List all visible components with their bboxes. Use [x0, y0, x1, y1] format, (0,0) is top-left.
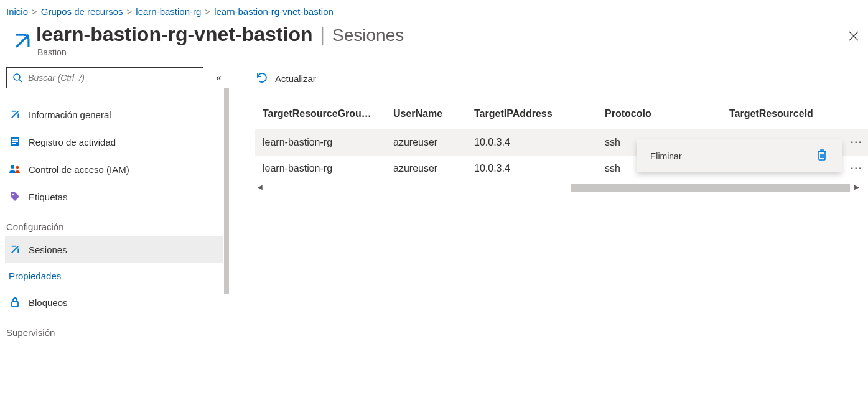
bastion-icon — [9, 108, 21, 121]
sidebar-item-tags[interactable]: Etiquetas — [5, 183, 225, 210]
lock-icon — [9, 296, 21, 309]
breadcrumb-home[interactable]: Inicio — [6, 6, 28, 17]
search-input[interactable] — [28, 73, 198, 83]
col-protocol[interactable]: Protocolo — [597, 98, 722, 129]
tag-icon — [9, 190, 21, 203]
trash-icon — [816, 148, 828, 164]
cell-rg: learn-bastion-rg — [255, 156, 386, 182]
page-header: learn-bastion-rg-vnet-bastion | Sesiones… — [0, 21, 868, 67]
breadcrumb-current[interactable]: learn-bastion-rg-vnet-bastion — [214, 6, 334, 17]
sidebar-section-supervision: Supervisión — [5, 316, 225, 342]
sidebar-item-label: Registro de actividad — [29, 137, 116, 147]
search-input-wrapper[interactable] — [6, 67, 203, 88]
scroll-right-icon[interactable]: ▶ — [854, 184, 859, 190]
sidebar-item-label: Información general — [29, 109, 111, 120]
title-divider: | — [315, 24, 330, 45]
refresh-icon — [255, 71, 269, 86]
sidebar-item-locks[interactable]: Bloqueos — [5, 289, 225, 316]
main-content: Actualizar TargetResourceGrou… UserName … — [230, 67, 868, 391]
svg-rect-4 — [12, 143, 16, 144]
svg-rect-8 — [12, 302, 18, 307]
sidebar-scrollbar[interactable] — [223, 88, 230, 391]
col-username[interactable]: UserName — [386, 98, 467, 129]
row-actions-button[interactable]: ··· — [843, 129, 868, 156]
sidebar-item-sessions[interactable]: Sesiones — [5, 236, 225, 263]
sidebar-item-label: Propiedades — [9, 271, 61, 281]
cell-ip: 10.0.3.4 — [467, 129, 597, 156]
col-target-rg[interactable]: TargetResourceGrou… — [255, 98, 386, 129]
bastion-icon — [9, 243, 21, 256]
close-button[interactable] — [848, 23, 859, 45]
cell-user: azureuser — [386, 129, 467, 156]
sidebar-item-activity-log[interactable]: Registro de actividad — [5, 128, 225, 156]
col-target-resource-id[interactable]: TargetResourceId — [722, 98, 843, 129]
bastion-icon — [9, 23, 36, 52]
sidebar-item-label: Etiquetas — [29, 192, 68, 202]
breadcrumb-rg[interactable]: learn-bastion-rg — [136, 6, 201, 17]
resource-type: Bastion — [36, 46, 404, 57]
scroll-thumb[interactable] — [571, 184, 850, 192]
svg-point-5 — [11, 165, 14, 169]
breadcrumb: Inicio > Grupos de recursos > learn-bast… — [0, 0, 868, 21]
page-subtitle: Sesiones — [332, 26, 404, 45]
sidebar-item-iam[interactable]: Control de acceso (IAM) — [5, 156, 225, 183]
chevron-right-icon: > — [32, 6, 37, 17]
sidebar-section-config: Configuración — [5, 210, 225, 236]
breadcrumb-resource-groups[interactable]: Grupos de recursos — [41, 6, 123, 17]
row-actions-button[interactable]: ··· — [843, 156, 868, 182]
toolbar: Actualizar — [255, 67, 868, 98]
chevron-right-icon: > — [205, 6, 210, 17]
sidebar-item-label: Bloqueos — [29, 297, 68, 308]
page-title: learn-bastion-rg-vnet-bastion — [36, 23, 312, 45]
svg-rect-2 — [12, 139, 18, 141]
col-target-ip[interactable]: TargetIPAddress — [467, 98, 597, 129]
refresh-button[interactable]: Actualizar — [275, 73, 316, 84]
collapse-sidebar-button[interactable]: « — [216, 72, 225, 83]
log-icon — [9, 136, 21, 148]
sidebar-item-label: Control de acceso (IAM) — [29, 164, 129, 175]
people-icon — [9, 163, 21, 175]
context-delete-button[interactable]: Eliminar — [637, 139, 842, 172]
svg-rect-3 — [12, 141, 18, 142]
row-context-menu: Eliminar — [637, 139, 842, 172]
cell-rg: learn-bastion-rg — [255, 129, 386, 156]
svg-point-0 — [14, 74, 20, 80]
horizontal-scrollbar[interactable]: ◀ ▶ — [255, 182, 862, 193]
cell-user: azureuser — [386, 156, 467, 182]
cell-ip: 10.0.3.4 — [467, 156, 597, 182]
search-icon — [12, 72, 23, 84]
scroll-left-icon[interactable]: ◀ — [258, 184, 263, 190]
sidebar-item-properties[interactable]: Propiedades — [5, 263, 225, 289]
context-delete-label: Eliminar — [650, 151, 682, 161]
svg-point-7 — [12, 194, 14, 195]
left-panel: « Información general Registro de activi… — [0, 67, 230, 391]
sidebar-item-overview[interactable]: Información general — [5, 101, 225, 128]
svg-point-6 — [16, 166, 19, 169]
chevron-right-icon: > — [127, 6, 133, 17]
sidebar-item-label: Sesiones — [29, 244, 67, 255]
